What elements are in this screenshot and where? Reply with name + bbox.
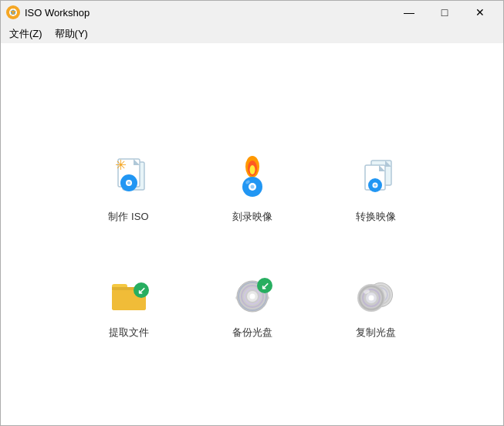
extract-files-label: 提取文件: [109, 326, 149, 340]
close-button[interactable]: ✕: [462, 0, 498, 25]
svg-point-24: [374, 184, 377, 187]
app-icon: [6, 5, 20, 19]
extract-files-icon: ↙: [101, 264, 157, 320]
svg-text:✳: ✳: [115, 157, 127, 173]
make-iso-button[interactable]: ✳ 制作 ISO: [75, 127, 183, 227]
convert-image-icon: [348, 148, 404, 204]
title-bar: ISO Workshop — □ ✕: [0, 0, 504, 25]
menu-help[interactable]: 帮助(Y): [49, 25, 94, 42]
burn-image-label: 刻录映像: [232, 210, 272, 224]
content-area: ✳ 制作 ISO: [0, 43, 504, 426]
copy-disc-button[interactable]: 复制光盘: [322, 242, 430, 343]
copy-disc-label: 复制光盘: [356, 326, 396, 340]
svg-text:↙: ↙: [137, 285, 146, 296]
menu-file[interactable]: 文件(Z): [3, 25, 49, 42]
svg-point-9: [127, 181, 130, 184]
window-title: ISO Workshop: [25, 7, 391, 19]
copy-disc-icon: [348, 264, 404, 320]
main-grid: ✳ 制作 ISO: [75, 127, 430, 343]
make-iso-label: 制作 ISO: [108, 210, 148, 224]
convert-image-label: 转换映像: [356, 210, 396, 224]
minimize-button[interactable]: —: [391, 0, 427, 25]
svg-point-38: [249, 294, 255, 299]
backup-disc-button[interactable]: ↙ 备份光盘: [198, 242, 306, 343]
backup-disc-icon: ↙: [225, 264, 280, 320]
extract-files-button[interactable]: ↙ 提取文件: [75, 242, 183, 343]
burn-image-button[interactable]: 刻录映像: [198, 127, 306, 227]
maximize-button[interactable]: □: [427, 0, 462, 25]
window-controls: — □ ✕: [391, 0, 498, 25]
svg-text:↙: ↙: [261, 280, 269, 292]
svg-point-16: [250, 185, 254, 189]
menu-bar: 文件(Z) 帮助(Y): [0, 25, 504, 43]
svg-point-13: [249, 165, 255, 174]
make-iso-icon: ✳: [101, 148, 157, 204]
convert-image-button[interactable]: 转换映像: [322, 127, 430, 227]
backup-disc-label: 备份光盘: [232, 326, 272, 340]
svg-point-51: [368, 296, 374, 301]
burn-image-icon: [225, 148, 280, 204]
